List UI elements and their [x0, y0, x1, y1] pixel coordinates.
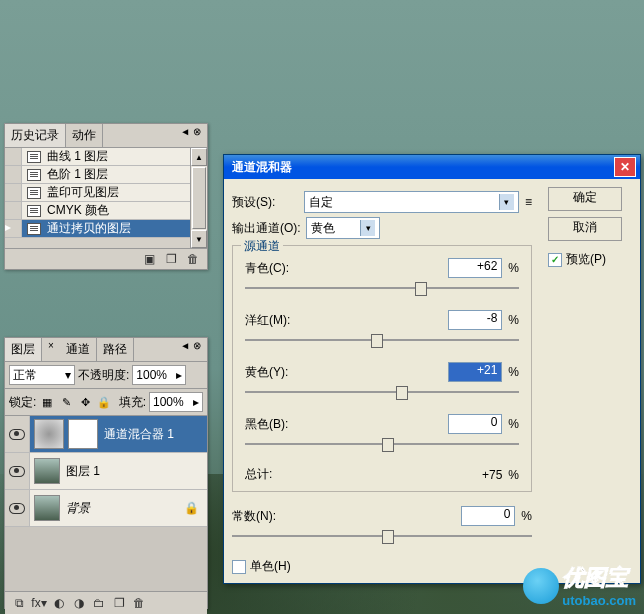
magenta-label: 洋红(M):: [245, 312, 448, 329]
dialog-titlebar[interactable]: 通道混和器 ✕: [224, 155, 640, 179]
layers-panel: 图层 × 通道 路径 ◄ ⊗ 正常▾ 不透明度: 100%▸ 锁定: ▦ ✎ ✥…: [4, 337, 208, 609]
fx-icon[interactable]: fx▾: [31, 595, 47, 611]
cyan-slider[interactable]: [245, 282, 519, 294]
mask-thumb: [68, 419, 98, 449]
link-icon[interactable]: ⧉: [11, 595, 27, 611]
layer-name: 通道混合器 1: [104, 426, 174, 443]
preset-select[interactable]: 自定▾: [304, 191, 519, 213]
layer-icon: [25, 169, 43, 181]
lock-icon: 🔒: [184, 501, 199, 515]
history-list: 曲线 1 图层 色阶 1 图层 盖印可见图层 CMYK 颜色 ▸通过拷贝的图层: [5, 148, 190, 248]
watermark-icon: [523, 568, 559, 604]
new-snapshot-icon[interactable]: ❐: [163, 251, 179, 267]
total-label: 总计:: [245, 466, 458, 483]
layer-icon: [25, 151, 43, 163]
layer-icon: [25, 187, 43, 199]
ok-button[interactable]: 确定: [548, 187, 622, 211]
source-channels-group: 源通道 青色(C):+62% 洋红(M):-8% 黄色(Y):+21% 黑色(B…: [232, 245, 532, 492]
output-channel-label: 输出通道(O):: [232, 220, 306, 237]
magenta-slider[interactable]: [245, 334, 519, 346]
mask-icon[interactable]: ◐: [51, 595, 67, 611]
history-item[interactable]: 曲线 1 图层: [5, 148, 190, 166]
channel-mixer-dialog: 通道混和器 ✕ 确定 取消 ✓预览(P) 预设(S): 自定▾ ≡ 输出通道(O…: [223, 154, 641, 584]
layer-icon: [25, 205, 43, 217]
layer-icon: [25, 223, 43, 235]
blend-mode-select[interactable]: 正常▾: [9, 365, 75, 385]
trash-icon[interactable]: 🗑: [185, 251, 201, 267]
tab-actions[interactable]: 动作: [66, 124, 103, 147]
panel-menu-icon[interactable]: ◄ ⊗: [174, 124, 207, 147]
preset-label: 预设(S):: [232, 194, 304, 211]
dialog-buttons: 确定 取消 ✓预览(P): [548, 187, 630, 268]
cyan-input[interactable]: +62: [448, 258, 502, 278]
lock-paint-icon[interactable]: ✎: [58, 394, 74, 410]
history-item[interactable]: 色阶 1 图层: [5, 166, 190, 184]
preset-menu-icon[interactable]: ≡: [525, 195, 532, 209]
layers-footer: ⧉ fx▾ ◐ ◑ 🗀 ❐ 🗑: [5, 591, 207, 614]
layer-row[interactable]: 背景 🔒: [5, 490, 207, 527]
tab-history[interactable]: 历史记录: [5, 124, 66, 147]
scrollbar[interactable]: ▲ ▼: [190, 148, 207, 248]
black-slider[interactable]: [245, 438, 519, 450]
fill-input[interactable]: 100%▸: [149, 392, 203, 412]
lock-move-icon[interactable]: ✥: [77, 394, 93, 410]
source-legend: 源通道: [241, 238, 283, 255]
panel-menu-icon[interactable]: ◄ ⊗: [174, 338, 207, 361]
opacity-label: 不透明度:: [78, 367, 129, 384]
layer-thumb: [34, 495, 60, 521]
watermark: 优图宝 utobao.com: [523, 563, 636, 608]
dialog-title: 通道混和器: [232, 159, 292, 176]
tab-layers[interactable]: 图层: [5, 338, 42, 361]
cyan-label: 青色(C):: [245, 260, 448, 277]
history-footer: ▣ ❐ 🗑: [5, 248, 207, 269]
magenta-input[interactable]: -8: [448, 310, 502, 330]
black-input[interactable]: 0: [448, 414, 502, 434]
layer-thumb: [34, 458, 60, 484]
layer-thumb: [34, 419, 64, 449]
lock-label: 锁定:: [9, 394, 36, 411]
cancel-button[interactable]: 取消: [548, 217, 622, 241]
layer-row[interactable]: 通道混合器 1: [5, 416, 207, 453]
watermark-url: utobao.com: [562, 593, 636, 608]
snapshot-icon[interactable]: ▣: [141, 251, 157, 267]
visibility-toggle[interactable]: [5, 416, 30, 452]
opacity-input[interactable]: 100%▸: [132, 365, 186, 385]
output-channel-select[interactable]: 黄色▾: [306, 217, 380, 239]
constant-slider[interactable]: [232, 530, 532, 542]
lock-all-icon[interactable]: 🔒: [96, 394, 112, 410]
history-panel: 历史记录 动作 ◄ ⊗ 曲线 1 图层 色阶 1 图层 盖印可见图层 CMYK …: [4, 123, 208, 270]
history-item[interactable]: 盖印可见图层: [5, 184, 190, 202]
history-item[interactable]: CMYK 颜色: [5, 202, 190, 220]
lock-row: 锁定: ▦ ✎ ✥ 🔒 填充: 100%▸: [5, 389, 207, 416]
layer-name: 背景: [66, 500, 90, 517]
watermark-brand: 优图宝: [562, 563, 636, 593]
tab-channels[interactable]: 通道: [60, 338, 97, 361]
eye-icon: [9, 466, 25, 477]
adjustment-icon[interactable]: ◑: [71, 595, 87, 611]
yellow-input[interactable]: +21: [448, 362, 502, 382]
tab-paths[interactable]: 路径: [97, 338, 134, 361]
history-item[interactable]: ▸通过拷贝的图层: [5, 220, 190, 238]
trash-icon[interactable]: 🗑: [131, 595, 147, 611]
layer-row[interactable]: 图层 1: [5, 453, 207, 490]
new-layer-icon[interactable]: ❐: [111, 595, 127, 611]
yellow-label: 黄色(Y):: [245, 364, 448, 381]
yellow-slider[interactable]: [245, 386, 519, 398]
close-icon[interactable]: ✕: [614, 157, 636, 177]
preview-checkbox[interactable]: ✓预览(P): [548, 251, 630, 268]
visibility-toggle[interactable]: [5, 453, 30, 489]
constant-label: 常数(N):: [232, 508, 461, 525]
black-label: 黑色(B):: [245, 416, 448, 433]
visibility-toggle[interactable]: [5, 490, 30, 526]
eye-icon: [9, 503, 25, 514]
layers-tabs: 图层 × 通道 路径 ◄ ⊗: [5, 338, 207, 362]
folder-icon[interactable]: 🗀: [91, 595, 107, 611]
constant-input[interactable]: 0: [461, 506, 515, 526]
history-tabs: 历史记录 动作 ◄ ⊗: [5, 124, 207, 148]
total-value: +75: [458, 468, 502, 482]
lock-transparency-icon[interactable]: ▦: [39, 394, 55, 410]
fill-label: 填充:: [119, 394, 146, 411]
layers-controls: 正常▾ 不透明度: 100%▸: [5, 362, 207, 389]
monochrome-checkbox[interactable]: 单色(H): [232, 558, 532, 575]
layer-name: 图层 1: [66, 463, 100, 480]
